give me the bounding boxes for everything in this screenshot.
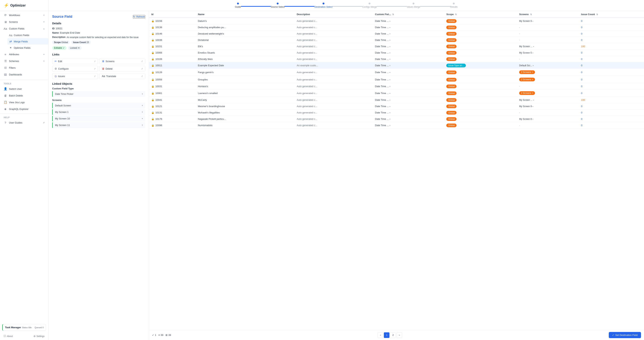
sidebar-item-batch-delete[interactable]: 🗑 Batch Delete xyxy=(0,92,48,99)
cf-value: Date Time ... xyxy=(375,105,389,108)
custom-field-type-item[interactable]: Date Time Picker ▾ xyxy=(52,91,145,97)
lock-icon: 🔒 xyxy=(151,99,154,101)
screen-my-10[interactable]: My Screen 10 ▾ xyxy=(52,116,145,121)
cell-id: 🔒10031 xyxy=(149,83,196,90)
cell-id: 🔒10096 xyxy=(149,122,196,129)
refresh-button[interactable]: ↻ Refresh xyxy=(133,15,145,19)
sidebar: ⚡ Optimizer ⟳ Workflows ▾ 🖥 Screens ▾ Aa… xyxy=(0,0,48,340)
cf-caret: ▾ xyxy=(390,27,390,29)
cell-screens: - xyxy=(517,56,579,62)
step-dot-dest xyxy=(322,3,324,5)
refresh-icon: ↻ xyxy=(133,15,135,18)
issue-count-label: Issue Count xyxy=(73,41,86,44)
scope-tag: Scope Global xyxy=(52,41,70,44)
table-row[interactable]: 🔒10041McCartyAuto generated c...Date Tim… xyxy=(149,97,644,103)
cf-value: Date Time ... xyxy=(375,118,389,120)
step-guide[interactable]: Guide xyxy=(235,3,241,8)
delete-button[interactable]: 🗑 Delete ↗ xyxy=(100,66,145,72)
sidebar-item-filters[interactable]: ⊟ Filters xyxy=(0,64,48,71)
table-row[interactable]: 🔒10151Elk'sAuto generated c...Date Time … xyxy=(149,43,644,50)
locked-label: Locked xyxy=(70,47,77,49)
set-destination-button[interactable]: ✓ Set Destination Field xyxy=(609,332,641,338)
sidebar-item-user-guides[interactable]: ? User Guides ↗ xyxy=(0,119,48,126)
cf-value: Date Time ... xyxy=(375,26,389,29)
screen-my-1[interactable]: My Screen 1 ▾ xyxy=(52,109,145,115)
table-row[interactable]: 🔒10106Ethically tikesAuto generated c...… xyxy=(149,56,644,62)
table-row[interactable]: 🔒10121Mesmer's boardinghouseAuto generat… xyxy=(149,103,644,110)
screens-dash: - xyxy=(519,32,520,35)
table-row[interactable]: 🔒10066Emetics StuartsAuto generated c...… xyxy=(149,50,644,56)
sidebar-item-workflows[interactable]: ⟳ Workflows ▾ xyxy=(0,12,48,19)
chevron-down-icon: ▾ xyxy=(44,14,44,17)
cf-caret: ▾ xyxy=(390,99,390,101)
table-row[interactable]: 🔒10126Fangs gamin'sAuto generated c...Da… xyxy=(149,69,644,76)
table-row[interactable]: 🔒10146Devalued welterweight'sAuto genera… xyxy=(149,31,644,37)
cell-name: Dictatorial xyxy=(196,37,294,43)
about-button[interactable]: ⓘ About xyxy=(2,334,14,338)
sidebar-item-merge-fields[interactable]: ⇄ Merge Fields xyxy=(8,38,48,45)
sidebar-nav: ⟳ Workflows ▾ 🖥 Screens ▾ Aa Custom Fiel… xyxy=(0,11,48,79)
progress-track: Guide Source Select Destination Select xyxy=(56,3,636,8)
table-row[interactable]: 🔒10036DictatorialAuto generated c...Date… xyxy=(149,37,644,43)
delete-icon: 🗑 xyxy=(102,67,104,70)
scope-badge: Global xyxy=(446,104,456,108)
settings-button[interactable]: ⚙ Settings xyxy=(32,334,46,338)
cell-name: Fangs gamin's xyxy=(196,69,294,76)
cell-description: Auto generated c... xyxy=(294,97,373,103)
id-value: 10021 xyxy=(56,27,62,30)
table-row[interactable]: 🔒10011Example Expected DateAn example cu… xyxy=(149,62,644,69)
issues-button[interactable]: ◎ Issues ↗ xyxy=(52,73,98,79)
table-row[interactable]: 🔒10096NumismatistsAuto generated c...Dat… xyxy=(149,122,644,129)
cell-description: Auto generated c... xyxy=(294,37,373,43)
sidebar-item-screens[interactable]: 🖥 Screens ▾ xyxy=(0,19,48,25)
sidebar-item-custom-fields-sub[interactable]: Aa Custom Fields xyxy=(9,32,48,38)
next-page-button[interactable]: › xyxy=(396,332,402,338)
cell-name: Nagasaki Pickett particu... xyxy=(196,116,294,122)
table-row[interactable]: 🔒10176Nagasaki Pickett particu...Auto ge… xyxy=(149,116,644,122)
translate-button[interactable]: Aa Translate ↗ xyxy=(100,73,145,79)
screen-my-11[interactable]: My Screen 11 ▾ xyxy=(52,122,145,128)
sidebar-item-custom-fields[interactable]: Aa Custom Fields ▴ xyxy=(0,25,48,32)
sidebar-item-schemes[interactable]: ☰ Schemes ▾ xyxy=(0,58,48,64)
table-row[interactable]: 🔒10061Laxness's smalledAuto generated c.… xyxy=(149,90,644,97)
page-2-button[interactable]: 2 xyxy=(390,332,396,338)
table-row[interactable]: 🔒10031Honiara'sAuto generated c...Date T… xyxy=(149,83,644,90)
tools-label: TOOLS xyxy=(0,81,48,85)
table-row[interactable]: 🔒10156Datum'sAuto generated c...Date Tim… xyxy=(149,18,644,24)
screens-link-button[interactable]: 🖥 Screens ↗ xyxy=(100,58,145,64)
step-configs-merge[interactable]: Configs Merge xyxy=(362,3,377,8)
cell-custom-field: Date Time ... ▾ xyxy=(373,56,444,62)
sidebar-item-optimize-fields[interactable]: ✦ Optimize Fields xyxy=(9,45,48,51)
cell-description: Auto generated c... xyxy=(294,56,373,62)
cell-screens: Default Scr... ▾ xyxy=(517,62,579,69)
page-1-button[interactable]: 1 xyxy=(384,332,390,338)
screens-count-badge: 2 Screens + xyxy=(519,78,535,81)
screen-default[interactable]: Default Screen ▾ xyxy=(52,103,145,108)
configure-button[interactable]: ⚙ Configure ↗ xyxy=(52,66,98,72)
table-row[interactable]: 🔒10131Mohawk's illegalitiesAuto generate… xyxy=(149,110,644,116)
sidebar-item-dashboards[interactable]: ▤ Dashboards xyxy=(0,71,48,78)
sidebar-item-attributes[interactable]: ≡ Attributes ▾ xyxy=(0,51,48,58)
description-row: Description An example custom field for … xyxy=(52,36,145,39)
cell-description: Auto generated c... xyxy=(294,122,373,129)
step-destination-select[interactable]: Destination Select xyxy=(314,3,332,8)
table-wrapper[interactable]: Id Name Description Custom Fiel... ⇅ xyxy=(149,11,644,330)
sidebar-item-view-jira-logs[interactable]: 📋 View Jira Logs xyxy=(0,99,48,106)
connector-4 xyxy=(420,5,450,6)
table-row[interactable]: 🔒10056GroupiesAuto generated c...Date Ti… xyxy=(149,76,644,83)
sidebar-item-switch-user[interactable]: 👤 Switch User xyxy=(0,85,48,92)
sort-ic-icon: ⇅ xyxy=(596,13,598,16)
prev-page-button[interactable]: ‹ xyxy=(378,332,383,338)
step-values-merge[interactable]: Values Merge xyxy=(406,3,420,8)
detail-panel: Source Field ↻ Refresh Details ID 10021 … xyxy=(48,11,149,340)
about-label: About xyxy=(7,335,13,337)
screens-linked-section: Screens Default Screen ▾ My Screen 1 ▾ M… xyxy=(52,99,145,128)
step-source-select[interactable]: Source Select xyxy=(271,3,285,8)
cell-screens: - xyxy=(517,24,579,31)
step-results[interactable]: Results xyxy=(450,3,458,8)
edit-button[interactable]: ✏ Edit ↗ xyxy=(52,58,98,64)
table-row[interactable]: 🔒10136Deducing amplitudes pu...Auto gene… xyxy=(149,24,644,31)
sidebar-item-graphql-explorer[interactable]: ◈ GraphQL Explorer xyxy=(0,106,48,112)
id-value: 10036 xyxy=(156,39,162,41)
cell-scope: Global xyxy=(444,43,517,50)
